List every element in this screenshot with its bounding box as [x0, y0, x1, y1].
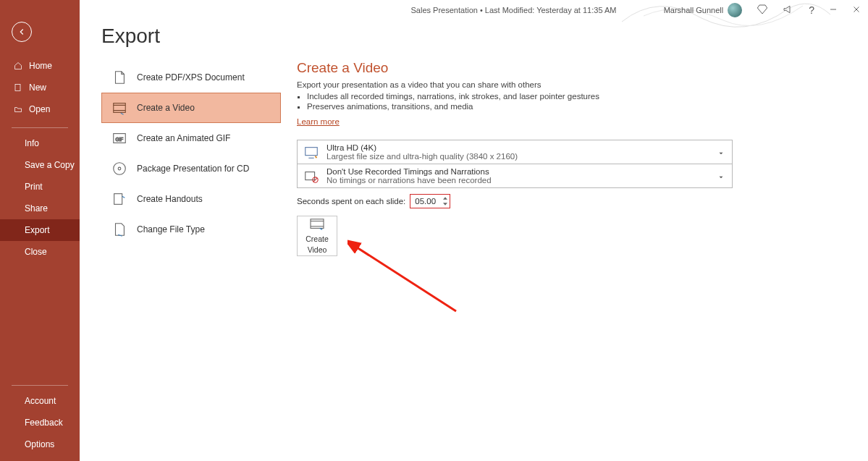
- film-no-icon: [303, 169, 319, 187]
- timings-dropdown[interactable]: Don't Use Recorded Timings and Narration…: [298, 164, 732, 187]
- page-title: Export: [101, 25, 868, 48]
- panel-title: Create a Video: [297, 60, 846, 76]
- svg-point-8: [118, 167, 121, 170]
- svg-text:GIF: GIF: [116, 137, 124, 142]
- video-icon: [109, 100, 130, 116]
- export-pdf-label: Create PDF/XPS Document: [137, 72, 245, 83]
- export-cd[interactable]: Package Presentation for CD: [101, 153, 281, 184]
- nav-print-label: Print: [25, 182, 43, 192]
- nav-home-label: Home: [29, 61, 52, 71]
- main-area: Sales Presentation • Last Modified: Yest…: [80, 0, 868, 461]
- back-button[interactable]: [12, 22, 32, 42]
- gif-icon: GIF: [109, 130, 130, 146]
- chevron-down-icon: [717, 149, 725, 159]
- svg-rect-9: [114, 194, 122, 205]
- quality-sub: Largest file size and ultra-high quality…: [326, 152, 709, 161]
- export-cd-label: Package Presentation for CD: [137, 164, 249, 174]
- nav-open-label: Open: [29, 104, 50, 114]
- nav-feedback-label: Feedback: [25, 418, 63, 428]
- export-gif[interactable]: GIF Create an Animated GIF: [101, 123, 281, 153]
- backstage-sidebar: Home New Open Info Save a Copy Print Sha…: [0, 0, 80, 461]
- learn-more-link[interactable]: Learn more: [297, 117, 340, 126]
- handouts-icon: [109, 191, 130, 207]
- quality-title: Ultra HD (4K): [326, 143, 709, 152]
- monitor-icon: [303, 145, 319, 163]
- panel-bullets: Includes all recorded timings, narration…: [307, 92, 846, 111]
- spin-down[interactable]: [442, 201, 448, 207]
- new-icon: [13, 83, 23, 92]
- megaphone-icon[interactable]: [783, 4, 794, 17]
- back-arrow-icon: [17, 27, 27, 37]
- quality-dropdown[interactable]: Ultra HD (4K) Largest file size and ultr…: [298, 140, 732, 164]
- svg-rect-0: [15, 85, 20, 91]
- seconds-row: Seconds spent on each slide: 05.00: [297, 194, 846, 208]
- cd-icon: [109, 161, 130, 177]
- nav-share-label: Share: [25, 203, 48, 213]
- export-handouts[interactable]: Create Handouts: [101, 184, 281, 214]
- close-window-button[interactable]: [852, 5, 861, 16]
- nav-feedback[interactable]: Feedback: [0, 412, 80, 433]
- nav-open[interactable]: Open: [0, 98, 80, 120]
- nav-save-copy[interactable]: Save a Copy: [0, 154, 80, 176]
- nav-new-label: New: [29, 83, 46, 93]
- svg-rect-14: [311, 219, 324, 229]
- svg-rect-10: [306, 148, 318, 156]
- export-type-list: Create PDF/XPS Document Create a Video G…: [101, 62, 281, 245]
- filetype-icon: [109, 221, 130, 237]
- help-button[interactable]: ?: [809, 4, 814, 16]
- pdf-icon: [109, 69, 130, 85]
- spin-up[interactable]: [442, 195, 448, 201]
- export-video[interactable]: Create a Video: [101, 93, 281, 123]
- seconds-label: Seconds spent on each slide:: [297, 197, 405, 206]
- bullet-timings: Includes all recorded timings, narration…: [307, 92, 846, 101]
- create-video-panel: Create a Video Export your presentation …: [297, 60, 846, 256]
- export-video-label: Create a Video: [137, 103, 195, 113]
- chevron-down-icon: [717, 173, 725, 183]
- nav-share[interactable]: Share: [0, 198, 80, 219]
- seconds-value: 05.00: [415, 197, 436, 206]
- title-bar: Sales Presentation • Last Modified: Yest…: [159, 0, 868, 20]
- nav-close[interactable]: Close: [0, 241, 80, 263]
- seconds-input[interactable]: 05.00: [410, 194, 450, 208]
- export-handouts-label: Create Handouts: [137, 194, 203, 204]
- panel-desc: Export your presentation as a video that…: [297, 80, 846, 89]
- user-account[interactable]: Marshall Gunnell: [664, 3, 743, 17]
- nav-save-copy-label: Save a Copy: [25, 160, 75, 170]
- create-video-icon: [309, 218, 325, 232]
- create-video-label1: Create: [306, 234, 329, 243]
- nav-export[interactable]: Export: [0, 219, 80, 241]
- timings-title: Don't Use Recorded Timings and Narration…: [326, 167, 709, 176]
- export-gif-label: Create an Animated GIF: [137, 133, 230, 143]
- home-icon: [13, 62, 23, 70]
- nav-options-label: Options: [25, 439, 54, 449]
- nav-divider: [12, 127, 68, 128]
- nav-print[interactable]: Print: [0, 176, 80, 198]
- nav-divider-bottom: [12, 385, 68, 386]
- nav-options[interactable]: Options: [0, 433, 80, 455]
- nav-new[interactable]: New: [0, 77, 80, 98]
- svg-point-7: [114, 163, 126, 175]
- nav-account-label: Account: [25, 396, 56, 406]
- timings-sub: No timings or narrations have been recor…: [326, 176, 709, 185]
- create-video-label2: Video: [308, 245, 327, 254]
- nav-close-label: Close: [25, 247, 47, 257]
- avatar-icon: [728, 3, 742, 17]
- minimize-button[interactable]: [829, 5, 838, 16]
- nav-info-label: Info: [25, 138, 39, 148]
- video-settings: Ultra HD (4K) Largest file size and ultr…: [297, 140, 733, 188]
- diamond-icon[interactable]: [757, 4, 768, 17]
- export-pdf[interactable]: Create PDF/XPS Document: [101, 62, 281, 93]
- bullet-animations: Preserves animations, transitions, and m…: [307, 102, 846, 111]
- export-filetype-label: Change File Type: [137, 224, 205, 234]
- svg-rect-4: [114, 103, 126, 113]
- nav-info[interactable]: Info: [0, 132, 80, 154]
- nav-account[interactable]: Account: [0, 390, 80, 412]
- nav-export-label: Export: [25, 225, 50, 235]
- open-icon: [13, 105, 23, 114]
- spinner: [442, 195, 448, 207]
- user-name: Marshall Gunnell: [664, 6, 724, 14]
- export-filetype[interactable]: Change File Type: [101, 214, 281, 245]
- create-video-button[interactable]: Create Video: [297, 216, 337, 256]
- nav-home[interactable]: Home: [0, 55, 80, 77]
